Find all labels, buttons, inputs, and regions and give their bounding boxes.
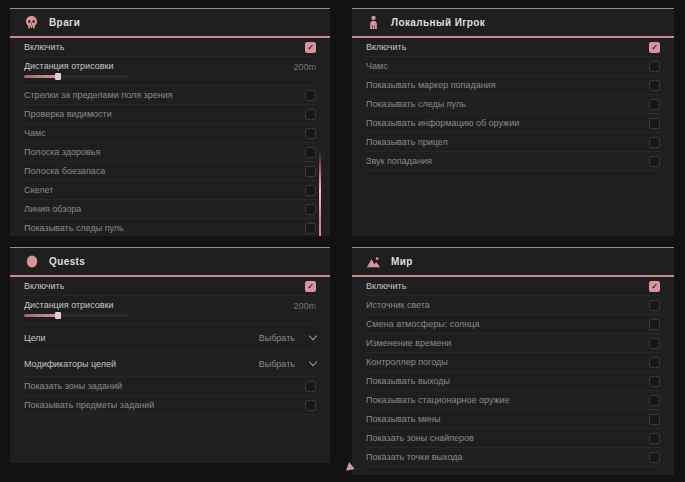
checkbox[interactable] <box>649 433 660 444</box>
setting-label: Показывать прицел <box>366 137 448 147</box>
chevron-down-icon <box>309 358 317 366</box>
setting-label: Показывать предметы заданий <box>24 400 154 410</box>
setting-label: Изменение времени <box>366 338 451 348</box>
panel-quests-header: Quests <box>10 248 330 277</box>
select-value: Выбрать <box>259 333 295 343</box>
setting-label: Включить <box>366 281 406 291</box>
setting-label: Звук попадания <box>366 156 432 166</box>
checkbox[interactable]: ✓ <box>649 281 660 292</box>
panel-quests: Quests Включить✓Дистанция отрисовки200mЦ… <box>10 247 330 463</box>
checkbox[interactable] <box>649 395 660 406</box>
skull-icon <box>24 15 39 30</box>
slider-fill <box>24 314 58 317</box>
checkbox[interactable] <box>649 319 660 330</box>
chevron-down-icon <box>309 332 317 340</box>
checkbox[interactable] <box>305 90 316 101</box>
panel-title: Враги <box>49 17 80 28</box>
checkbox[interactable] <box>305 223 316 234</box>
checkbox[interactable]: ✓ <box>305 281 316 292</box>
checkbox[interactable] <box>649 99 660 110</box>
checkbox[interactable]: ✓ <box>649 42 660 53</box>
panel-title: Quests <box>49 256 85 267</box>
checkbox[interactable] <box>649 414 660 425</box>
slider-row: Дистанция отрисовки200m <box>24 296 316 325</box>
toggle-row: Стрелки за пределами поля зрения <box>24 86 316 105</box>
checkbox[interactable] <box>649 376 660 387</box>
player-icon <box>366 15 381 30</box>
setting-label: Показать зоны заданий <box>24 381 122 391</box>
toggle-row: Полоска здоровья <box>24 143 316 162</box>
setting-label: Модификаторы целей <box>24 359 116 369</box>
checkbox[interactable]: ✓ <box>305 42 316 53</box>
checkbox[interactable] <box>649 156 660 167</box>
checkbox[interactable] <box>649 300 660 311</box>
checkbox[interactable] <box>305 400 316 411</box>
quest-orb-icon <box>24 254 39 269</box>
slider-row: Дистанция отрисовки200m <box>24 57 316 86</box>
toggle-row: Показать зоны заданий <box>24 377 316 396</box>
scrollbar[interactable] <box>319 151 321 236</box>
toggle-row: Показывать прицел <box>366 133 660 152</box>
checkbox[interactable] <box>305 109 316 120</box>
toggle-row: Показывать выходы <box>366 372 660 391</box>
toggle-row: Скелет <box>24 181 316 200</box>
checkbox[interactable] <box>305 147 316 158</box>
toggle-row: Показывать маркер попадания <box>366 76 660 95</box>
toggle-row: Источник света <box>366 296 660 315</box>
panel-title: Мир <box>391 256 413 267</box>
setting-label: Показывать маркер попадания <box>366 80 496 90</box>
toggle-row: Включить✓ <box>24 277 316 296</box>
toggle-row: Изменение времени <box>366 334 660 353</box>
setting-label: Линия обзора <box>24 204 81 214</box>
checkbox[interactable] <box>305 381 316 392</box>
panel-quests-body: Включить✓Дистанция отрисовки200mЦелиВыбр… <box>10 277 330 415</box>
setting-label: Показывать информацию об оружии <box>366 118 519 128</box>
toggle-row: Показывать предметы заданий <box>24 396 316 415</box>
checkbox[interactable] <box>649 61 660 72</box>
setting-label: Контроллер погоды <box>366 357 448 367</box>
panel-enemies: Враги Включить✓Дистанция отрисовки200mСт… <box>10 8 330 236</box>
setting-label: Источник света <box>366 300 430 310</box>
toggle-row: Включить✓ <box>366 277 660 296</box>
toggle-row: Включить✓ <box>24 38 316 57</box>
checkbox[interactable] <box>305 204 316 215</box>
panel-local-player: Локальный Игрок Включить✓ЧамсПоказывать … <box>352 8 674 236</box>
checkbox[interactable] <box>649 80 660 91</box>
mountains-icon <box>366 254 381 269</box>
setting-label: Чамс <box>24 128 46 138</box>
panel-enemies-body: Включить✓Дистанция отрисовки200mСтрелки … <box>10 38 330 236</box>
toggle-row: Контроллер погоды <box>366 353 660 372</box>
toggle-row: Показать точки выхода <box>366 448 660 467</box>
checkbox[interactable] <box>649 452 660 463</box>
setting-label: Стрелки за пределами поля зрения <box>24 90 173 100</box>
toggle-row: Чамс <box>24 124 316 143</box>
setting-label: Полоска здоровья <box>24 147 100 157</box>
select-dropdown[interactable]: Выбрать <box>259 333 316 343</box>
setting-label: Проверка видимости <box>24 109 112 119</box>
panel-local-player-body: Включить✓ЧамсПоказывать маркер попадания… <box>352 38 674 171</box>
checkbox[interactable] <box>649 338 660 349</box>
setting-label: Полоска боезапаса <box>24 166 105 176</box>
setting-label: Чамс <box>366 61 388 71</box>
select-row: ЦелиВыбрать <box>24 325 316 351</box>
setting-label: Показывать следы пуль <box>366 99 466 109</box>
toggle-row: Показать зоны снайперов <box>366 429 660 448</box>
toggle-row: Чамс <box>366 57 660 76</box>
slider[interactable] <box>24 314 128 317</box>
toggle-row: Полоска боезапаса <box>24 162 316 181</box>
checkbox[interactable] <box>305 128 316 139</box>
toggle-row: Показывать стационарное оружие <box>366 391 660 410</box>
checkbox[interactable] <box>305 166 316 177</box>
toggle-row: Включить✓ <box>366 38 660 57</box>
toggle-row: Показывать информацию об оружии <box>366 114 660 133</box>
select-dropdown[interactable]: Выбрать <box>259 359 316 369</box>
checkbox[interactable] <box>649 137 660 148</box>
toggle-row: Смена атмосферы: солнца <box>366 315 660 334</box>
checkbox[interactable] <box>305 185 316 196</box>
slider-thumb[interactable] <box>55 312 61 319</box>
checkbox[interactable] <box>649 118 660 129</box>
checkbox[interactable] <box>649 357 660 368</box>
slider[interactable] <box>24 75 128 78</box>
slider-value: 200m <box>293 300 316 311</box>
slider-thumb[interactable] <box>55 73 61 80</box>
